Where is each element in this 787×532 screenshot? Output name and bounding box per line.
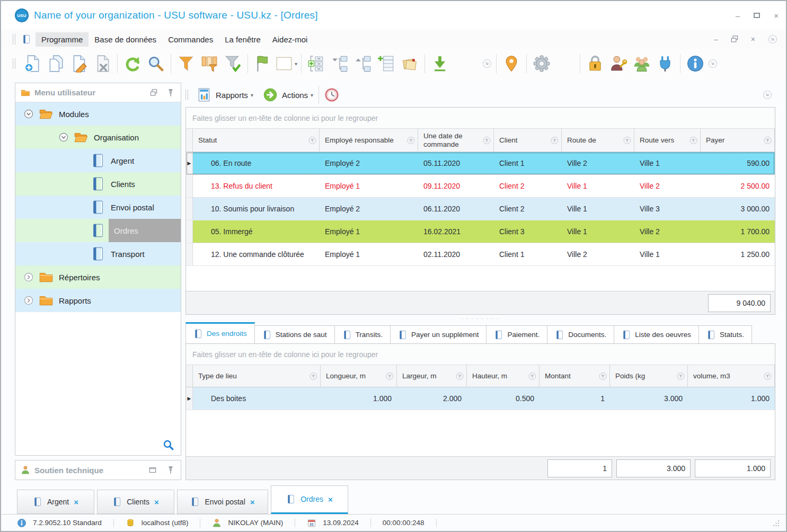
tab-statuts[interactable]: Statuts. xyxy=(698,325,752,343)
mdi-restore-icon[interactable] xyxy=(730,34,739,44)
filter-icon[interactable] xyxy=(528,372,536,380)
column-header-type-de-lieu[interactable]: Type de lieu xyxy=(193,365,321,387)
toolbar-overflow-chevron-icon[interactable] xyxy=(481,58,493,69)
menu-overflow-chevron-icon[interactable] xyxy=(767,33,779,45)
resize-grip-icon[interactable] xyxy=(771,518,781,528)
toolbar-grip[interactable] xyxy=(185,90,188,100)
group-by-bar[interactable]: Faites glisser un en-tête de colonne ici… xyxy=(186,108,775,129)
actions-dropdown[interactable]: Actions xyxy=(282,91,308,100)
column-header-route-de[interactable]: Route de xyxy=(562,129,634,152)
menu-commandes[interactable]: Commandes xyxy=(162,32,219,47)
menu-base-de-donnees[interactable]: Base de données xyxy=(89,32,162,47)
info-button[interactable] xyxy=(684,52,707,75)
copy-document-button[interactable] xyxy=(44,52,67,75)
image-button[interactable]: ▾ xyxy=(275,52,298,75)
tab-liste-des-oeuvres[interactable]: Liste des oeuvres xyxy=(614,325,699,343)
column-header-employe[interactable]: Employé responsable xyxy=(320,129,418,152)
filter-icon[interactable] xyxy=(677,372,685,380)
mdi-close-icon[interactable]: × xyxy=(751,35,755,43)
column-header-largeur[interactable]: Largeur, m xyxy=(397,365,467,387)
toolbar-overflow-chevron-icon[interactable] xyxy=(762,89,773,101)
filter-icon[interactable] xyxy=(308,136,316,144)
toolbar-grip[interactable] xyxy=(13,34,15,45)
delete-document-button[interactable] xyxy=(91,52,114,75)
filter-columns-button[interactable] xyxy=(198,52,221,75)
column-header-hauteur[interactable]: Hauteur, m xyxy=(467,365,540,387)
filter-icon[interactable] xyxy=(623,136,631,144)
menu-aidez-moi[interactable]: Aidez-moi xyxy=(267,32,314,47)
table-row[interactable]: ▶ Des boites 1.000 2.000 0.500 1 3.000 1… xyxy=(186,387,775,410)
collapse-node-icon[interactable] xyxy=(58,131,69,143)
filter-icon[interactable] xyxy=(764,136,772,144)
filter-icon[interactable] xyxy=(764,372,772,380)
expand-rows-button[interactable] xyxy=(305,52,328,75)
close-tab-icon[interactable]: × xyxy=(154,498,159,507)
tree-item-organisation[interactable]: Organisation xyxy=(15,126,181,149)
filter-button[interactable] xyxy=(174,52,198,75)
mdi-minimize-icon[interactable]: – xyxy=(714,35,718,43)
tree-item-envoi-postal[interactable]: Envoi postal xyxy=(15,196,181,219)
tab-des-endroits[interactable]: Des endroits xyxy=(185,322,255,343)
tab-documents[interactable]: Documents. xyxy=(547,325,614,343)
filter-icon[interactable] xyxy=(483,136,491,144)
settings-button[interactable] xyxy=(530,52,553,75)
lock-button[interactable] xyxy=(583,52,607,75)
toolbar-grip[interactable] xyxy=(13,58,15,69)
search-button[interactable] xyxy=(144,52,167,75)
maximize-icon[interactable] xyxy=(754,13,760,18)
tree-item-modules[interactable]: Modules xyxy=(15,102,181,126)
expand-panel-icon[interactable] xyxy=(148,465,157,475)
column-header-longueur[interactable]: Longueur, m xyxy=(321,365,397,387)
tree-item-transport[interactable]: Transport xyxy=(15,242,181,265)
tree-search-icon[interactable] xyxy=(163,439,174,451)
menu-programme[interactable]: Programme xyxy=(36,32,89,47)
tree-item-argent[interactable]: Argent xyxy=(15,149,181,172)
splitter-handle[interactable]: · · · · · · · · xyxy=(185,315,775,322)
column-header-montant[interactable]: Montant xyxy=(540,365,610,387)
filter-icon[interactable] xyxy=(689,136,697,144)
close-tab-icon[interactable]: × xyxy=(74,498,78,507)
tab-stations-de-saut[interactable]: Stations de saut xyxy=(254,325,335,343)
tab-transits[interactable]: Transits. xyxy=(334,325,391,343)
rapports-dropdown[interactable]: Rapports xyxy=(216,91,248,100)
table-row[interactable]: 13. Refus du client Employé 1 09.11.2020… xyxy=(186,175,775,198)
collapse-tree-button[interactable] xyxy=(328,52,351,75)
filter-icon[interactable] xyxy=(386,372,394,380)
menu-la-fenetre[interactable]: La fenêtre xyxy=(219,32,267,47)
tree-item-ordres[interactable]: Ordres xyxy=(15,219,181,242)
support-panel-header[interactable]: Soutien technique xyxy=(15,460,181,480)
window-tab-ordres[interactable]: Ordres× xyxy=(271,485,348,514)
plugin-button[interactable] xyxy=(653,52,677,75)
flag-button[interactable] xyxy=(251,52,275,75)
refresh-button[interactable] xyxy=(121,52,144,75)
tree-item-rapports[interactable]: Rapports xyxy=(15,289,181,312)
new-document-button[interactable] xyxy=(21,52,44,75)
location-button[interactable] xyxy=(500,52,523,75)
tree-item-clients[interactable]: Clients xyxy=(15,172,181,196)
column-header-payer[interactable]: Payer xyxy=(701,129,775,152)
export-button[interactable] xyxy=(428,52,452,75)
table-row[interactable]: 10. Soumis pour livraison Employé 2 06.1… xyxy=(186,198,775,220)
column-header-poids[interactable]: Poids (kg xyxy=(610,365,688,387)
minimize-icon[interactable]: – xyxy=(736,11,740,20)
column-header-statut[interactable]: Statut xyxy=(193,129,320,152)
toolbar-overflow-chevron-icon[interactable] xyxy=(707,58,719,69)
group-by-bar[interactable]: Faites glisser un en-tête de colonne ici… xyxy=(186,344,775,365)
close-tab-icon[interactable]: × xyxy=(250,498,255,507)
column-header-volume[interactable]: volume, m3 xyxy=(688,365,775,387)
notes-button[interactable] xyxy=(398,52,421,75)
add-row-button[interactable] xyxy=(375,52,398,75)
table-row[interactable]: ▶ 06. En route Employé 2 05.11.2020 Clie… xyxy=(186,152,775,175)
filter-icon[interactable] xyxy=(310,372,317,380)
column-header-date[interactable]: Une date de commande xyxy=(418,129,494,152)
table-row[interactable]: 05. Immergé Employé 1 16.02.2021 Client … xyxy=(186,220,775,243)
user-access-button[interactable] xyxy=(607,52,630,75)
filter-icon[interactable] xyxy=(456,372,464,380)
column-header-client[interactable]: Client xyxy=(494,129,562,152)
close-tab-icon[interactable]: × xyxy=(328,495,333,504)
close-icon[interactable]: × xyxy=(774,11,779,20)
window-tab-clients[interactable]: Clients× xyxy=(97,490,174,514)
time-tracking-icon[interactable] xyxy=(324,87,339,102)
undock-icon[interactable] xyxy=(149,88,158,97)
edit-document-button[interactable] xyxy=(67,52,91,75)
